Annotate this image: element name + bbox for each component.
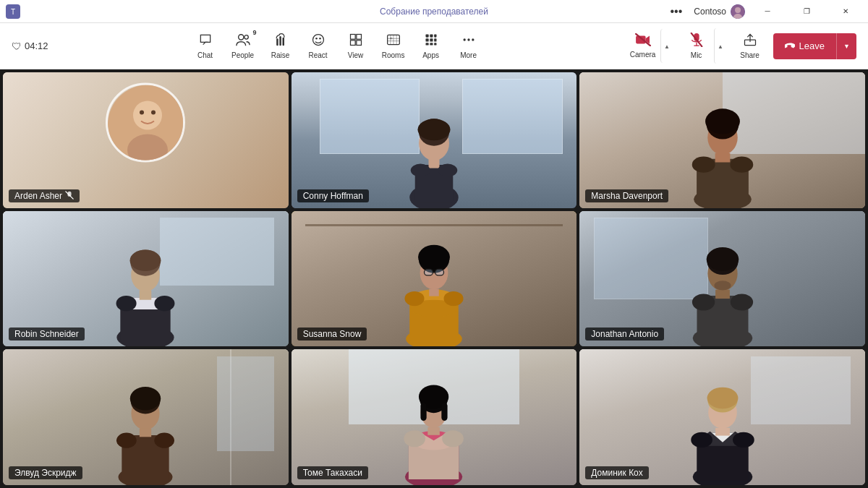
svg-rect-117	[715, 428, 730, 436]
view-btn[interactable]: View	[339, 28, 373, 64]
participant-name-8: Томе Такахаси	[303, 468, 362, 478]
apps-icon	[424, 33, 438, 49]
meeting-title: Собрание преподавателей	[380, 7, 488, 17]
share-label: Share	[740, 51, 760, 59]
svg-point-12	[319, 38, 321, 40]
mic-chevron-icon: ▲	[718, 43, 723, 50]
svg-point-52	[438, 163, 457, 176]
video-tile-7: Элвуд Эскридж	[3, 349, 289, 485]
user-info: Contoso	[694, 4, 745, 19]
video-tile-9: Доминик Кох	[579, 349, 865, 485]
svg-rect-15	[350, 40, 355, 46]
svg-point-5	[238, 35, 243, 40]
tile-2-person	[355, 100, 512, 208]
tile-9-bg	[579, 349, 865, 485]
svg-text:T: T	[11, 8, 15, 16]
leave-chevron[interactable]: ▼	[836, 33, 856, 59]
svg-rect-8	[279, 36, 281, 46]
people-btn[interactable]: 9 People	[226, 28, 260, 64]
svg-point-68	[116, 296, 137, 311]
participant-name-7: Элвуд Эскридж	[14, 468, 77, 478]
apps-btn[interactable]: Apps	[414, 28, 448, 64]
tile-4-bg	[3, 211, 289, 347]
apps-label: Apps	[422, 51, 439, 59]
phone-icon	[785, 41, 795, 51]
svg-rect-20	[430, 35, 433, 38]
mic-chevron[interactable]: ▲	[714, 28, 727, 64]
participant-name-9: Доминик Кох	[591, 468, 642, 478]
tile-7-person	[57, 367, 234, 485]
svg-rect-78	[435, 270, 444, 275]
tile-5-bg	[292, 211, 577, 347]
svg-rect-22	[425, 38, 428, 41]
mic-btn[interactable]: Mic	[679, 28, 714, 64]
name-tag-6: Jonathan Antonio	[585, 328, 664, 341]
toolbar: 🛡 04:12 Chat	[0, 23, 868, 69]
mic-label: Mic	[691, 51, 702, 59]
people-count: 9	[253, 30, 257, 36]
react-btn[interactable]: React	[301, 28, 336, 64]
share-btn[interactable]: Share	[733, 28, 767, 64]
restore-btn[interactable]: ❐	[790, 0, 823, 23]
svg-rect-9	[282, 38, 284, 46]
avatar-circle	[106, 83, 185, 163]
tile-8-bg	[292, 349, 577, 485]
name-tag-9: Доминик Кох	[585, 466, 648, 479]
svg-point-116	[707, 388, 738, 409]
svg-point-119	[733, 432, 754, 448]
participant-name-3: Marsha Davenport	[591, 191, 663, 201]
muted-icon-1	[65, 191, 74, 201]
rooms-btn[interactable]: Rooms	[376, 28, 411, 64]
camera-group: Camera ▲	[626, 29, 673, 63]
camera-btn[interactable]: Camera	[626, 29, 660, 63]
camera-chevron-icon: ▲	[664, 43, 670, 50]
svg-point-30	[472, 38, 474, 40]
svg-point-3	[735, 7, 741, 13]
leave-main[interactable]: Leave	[773, 33, 836, 59]
name-tag-5: Susanna Snow	[297, 328, 367, 341]
more-options-btn[interactable]: •••	[664, 5, 688, 18]
video-tile-4: Robin Schneider	[3, 211, 289, 347]
svg-rect-108	[427, 427, 440, 435]
toolbar-center: Chat 9 People	[188, 28, 486, 64]
video-tile-2: Conny Hoffman	[292, 72, 577, 208]
svg-rect-23	[430, 38, 433, 41]
svg-point-76	[418, 245, 450, 270]
avatar-face	[108, 85, 185, 163]
more-btn[interactable]: More	[451, 28, 486, 64]
teams-logo: T	[6, 4, 20, 19]
title-bar: T Собрание преподавателей ••• Contoso ─ …	[0, 0, 868, 23]
leave-btn[interactable]: Leave ▼	[773, 33, 856, 59]
participant-name-5: Susanna Snow	[303, 329, 362, 339]
camera-label: Camera	[630, 51, 656, 59]
svg-rect-21	[434, 35, 436, 38]
name-tag-8: Томе Такахаси	[297, 466, 368, 479]
svg-rect-26	[430, 43, 433, 45]
svg-point-99	[155, 432, 175, 448]
minimize-btn[interactable]: ─	[751, 0, 784, 23]
raise-btn[interactable]: Raise	[263, 28, 298, 64]
raise-icon	[274, 33, 287, 49]
svg-point-29	[467, 38, 469, 40]
chat-btn[interactable]: Chat	[188, 28, 223, 64]
svg-rect-14	[356, 35, 361, 40]
svg-point-39	[133, 101, 162, 130]
svg-point-87	[706, 247, 739, 271]
svg-rect-80	[429, 289, 439, 296]
svg-point-42	[151, 111, 156, 115]
svg-point-89	[692, 294, 715, 311]
tile-2-bg	[292, 72, 577, 208]
svg-rect-18	[390, 38, 392, 40]
name-tag-3: Marsha Davenport	[585, 189, 668, 202]
leave-chevron-icon: ▼	[843, 43, 850, 50]
name-tag-7: Элвуд Эскридж	[9, 466, 82, 479]
participant-name-1: Arden Asher	[14, 191, 62, 201]
svg-rect-107	[441, 403, 447, 421]
camera-chevron[interactable]: ▲	[660, 29, 673, 63]
svg-rect-67	[140, 291, 152, 300]
chat-label: Chat	[197, 51, 213, 59]
close-btn[interactable]: ✕	[829, 0, 862, 23]
title-bar-right: ••• Contoso ─ ❐ ✕	[664, 0, 862, 23]
mic-icon	[690, 33, 703, 49]
svg-point-82	[443, 291, 463, 306]
